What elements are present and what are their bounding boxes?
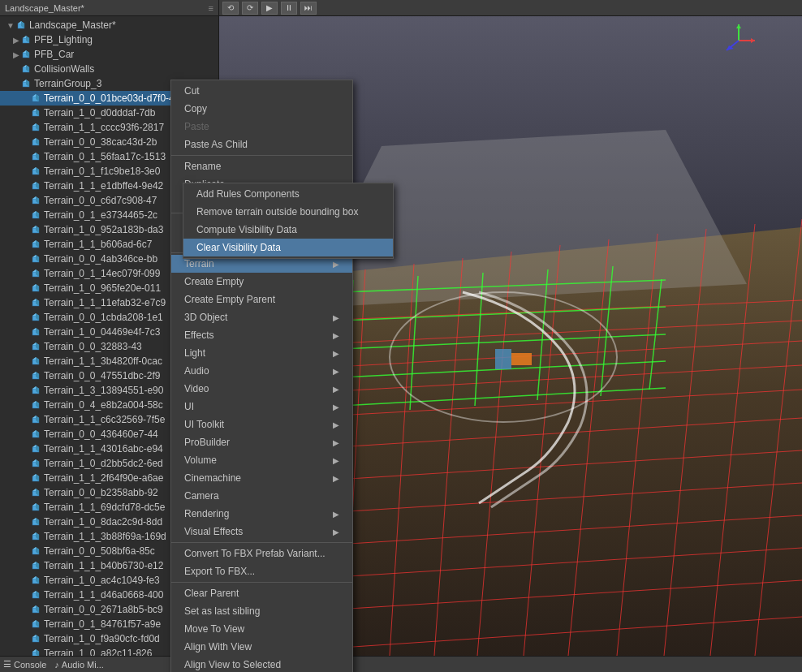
console-tab[interactable]: ☰ Console	[3, 659, 46, 670]
menu-label-convert-fbx: Convert To FBX Prefab Variant...	[184, 548, 326, 559]
item-label-pfb-car: PFB_Car	[31, 49, 74, 60]
item-label-t28: Terrain_1_1_69dcfd78-dc5e	[41, 502, 165, 513]
hierarchy-item-collision-walls[interactable]: CollisionWalls	[0, 62, 218, 76]
item-label-t19: Terrain_0_0_47551dbc-2f9	[41, 370, 160, 381]
menu-item-effects[interactable]: Effects▶	[171, 326, 352, 344]
menu-item-create-empty[interactable]: Create Empty	[171, 273, 352, 291]
item-label-t1: Terrain_1_0_d0dddaf-7db	[41, 107, 155, 118]
panel-menu-icon[interactable]: ≡	[209, 3, 213, 13]
menu-item-visual-effects[interactable]: Visual Effects▶	[171, 523, 352, 541]
menu-item-copy[interactable]: Copy	[171, 100, 352, 118]
item-label-t6: Terrain_1_1_e1dbffe4-9e42	[41, 180, 163, 192]
menu-item-align-view-to-selected[interactable]: Align View to Selected	[171, 656, 352, 672]
item-icon-t16	[31, 327, 41, 337]
terrain-submenu: Add Rules ComponentsRemove terrain outsi…	[183, 183, 394, 259]
menu-item-light[interactable]: Light▶	[171, 344, 352, 362]
item-label-t16: Terrain_1_0_04469e4f-7c3	[41, 326, 160, 338]
item-label-t35: Terrain_0_0_2671a8b5-bc9	[41, 604, 163, 615]
item-label-t36: Terrain_0_1_84761f57-a9e	[41, 618, 161, 630]
item-icon-terrain-group-3	[21, 79, 31, 88]
panel-title: Landscape_Master*	[5, 3, 84, 13]
menu-item-volume[interactable]: Volume▶	[171, 451, 352, 469]
toolbar-btn-4[interactable]: ⏸	[281, 2, 297, 15]
svg-rect-186	[495, 349, 511, 369]
item-icon-collision-walls	[21, 64, 31, 74]
submenu-item-add-rules[interactable]: Add Rules Components	[183, 185, 393, 203]
item-label-t5: Terrain_0_1_f1c9be18-3e0	[41, 166, 160, 177]
console-icon: ☰	[3, 659, 11, 670]
menu-item-convert-fbx[interactable]: Convert To FBX Prefab Variant...	[171, 545, 352, 562]
item-label-t26: Terrain_1_1_2f64f90e-a6ae	[41, 472, 163, 484]
submenu-item-clear-visibility[interactable]: Clear Visibility Data	[183, 239, 393, 256]
bottom-bar: ☰ Console ♪ Audio Mi...	[0, 656, 802, 672]
toolbar-btn-1[interactable]: ⟲	[222, 2, 239, 15]
item-label-t20: Terrain_1_3_13894551-e90	[41, 385, 163, 396]
expand-arrow-pfb-car: ▶	[13, 50, 19, 59]
hierarchy-item-root[interactable]: ▼Landscape_Master*	[0, 18, 218, 32]
menu-label-paste: Paste	[184, 121, 209, 132]
menu-item-clear-parent[interactable]: Clear Parent	[171, 584, 352, 602]
menu-label-terrain: Terrain	[184, 258, 214, 269]
audio-mixer-label: Audio Mi...	[62, 660, 104, 670]
toolbar-btn-5[interactable]: ⏭	[300, 2, 317, 15]
submenu-arrow-probuilder: ▶	[333, 438, 339, 447]
expand-arrow: ▼	[6, 21, 15, 30]
menu-item-camera[interactable]: Camera	[171, 487, 352, 505]
menu-item-cut[interactable]: Cut	[171, 82, 352, 100]
item-label-t37: Terrain_1_0_f9a90cfc-fd0d	[41, 633, 160, 644]
hierarchy-item-pfb-lighting[interactable]: ▶PFB_Lighting	[0, 32, 218, 47]
item-icon-t2	[31, 123, 41, 132]
menu-item-set-last-sibling[interactable]: Set as last sibling	[171, 602, 352, 620]
menu-item-audio[interactable]: Audio▶	[171, 362, 352, 380]
menu-item-ui[interactable]: UI▶	[171, 398, 352, 416]
hierarchy-item-pfb-car[interactable]: ▶PFB_Car	[0, 47, 218, 62]
item-icon-pfb-car	[21, 50, 31, 59]
item-label-t33: Terrain_1_0_ac4c1049-fe3	[41, 575, 160, 586]
menu-label-camera: Camera	[184, 490, 219, 502]
item-label-terrain-group-3: TerrainGroup_3	[31, 78, 101, 89]
panel-header: Landscape_Master* ≡	[0, 0, 218, 16]
menu-label-create-empty-parent: Create Empty Parent	[184, 294, 275, 305]
menu-label-video: Video	[184, 383, 209, 394]
menu-item-rendering[interactable]: Rendering▶	[171, 505, 352, 523]
item-icon-t6	[31, 181, 41, 191]
submenu-arrow-effects: ▶	[333, 331, 339, 340]
item-label-t18: Terrain_1_1_3b4820ff-0cac	[41, 355, 162, 367]
submenu-arrow-ui-toolkit: ▶	[333, 420, 339, 429]
submenu-label-clear-visibility: Clear Visibility Data	[196, 242, 281, 253]
menu-item-paste: Paste	[171, 118, 352, 136]
item-icon-t8	[31, 210, 41, 220]
menu-item-move-to-view[interactable]: Move To View	[171, 620, 352, 638]
submenu-arrow-rendering: ▶	[333, 510, 339, 519]
item-label-t21: Terrain_0_4_e8b2a004-58c	[41, 399, 163, 411]
menu-item-3d-object[interactable]: 3D Object▶	[171, 308, 352, 326]
menu-item-align-with-view[interactable]: Align With View	[171, 638, 352, 656]
toolbar-btn-2[interactable]: ⟳	[242, 2, 258, 15]
menu-item-paste-as-child[interactable]: Paste As Child	[171, 136, 352, 153]
menu-item-probuilder[interactable]: ProBuilder▶	[171, 433, 352, 451]
menu-item-export-fbx[interactable]: Export To FBX...	[171, 562, 352, 580]
item-icon-terrain-selected	[31, 93, 41, 103]
menu-label-rename: Rename	[184, 161, 221, 172]
submenu-item-remove-terrain[interactable]: Remove terrain outside bounding box	[183, 203, 393, 221]
submenu-arrow-cinemachine: ▶	[333, 474, 339, 483]
toolbar-btn-3[interactable]: ▶	[261, 2, 278, 15]
menu-label-copy: Copy	[184, 103, 207, 114]
menu-item-ui-toolkit[interactable]: UI Toolkit▶	[171, 416, 352, 433]
menu-item-cinemachine[interactable]: Cinemachine▶	[171, 469, 352, 487]
submenu-arrow-video: ▶	[333, 385, 339, 394]
menu-item-rename[interactable]: Rename	[171, 157, 352, 175]
submenu-item-compute-visibility[interactable]: Compute Visibility Data	[183, 221, 393, 239]
menu-item-create-empty-parent[interactable]: Create Empty Parent	[171, 291, 352, 308]
submenu-label-add-rules: Add Rules Components	[196, 188, 300, 200]
console-label: Console	[14, 660, 46, 670]
menu-label-audio: Audio	[184, 365, 209, 377]
item-icon-t23	[31, 429, 41, 439]
item-icon-t36	[31, 619, 41, 629]
item-icon-t12	[31, 269, 41, 278]
menu-item-video[interactable]: Video▶	[171, 380, 352, 398]
item-label-t24: Terrain_1_1_43016abc-e94	[41, 443, 163, 454]
item-icon-t34	[31, 590, 41, 600]
audio-mixer-tab[interactable]: ♪ Audio Mi...	[54, 660, 103, 670]
item-icon-t11	[31, 254, 41, 264]
